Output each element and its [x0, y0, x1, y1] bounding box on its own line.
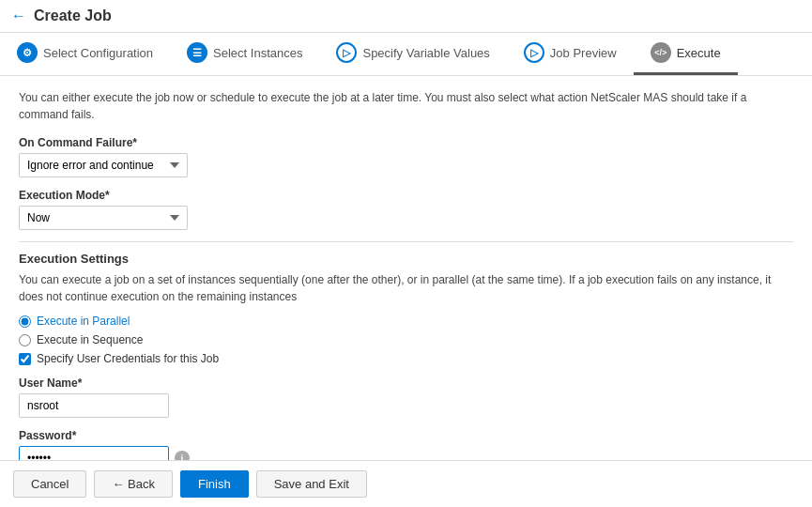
execution-settings-desc: You can execute a job on a set of instan… [19, 271, 793, 305]
tab-job-preview-label: Job Preview [550, 46, 617, 60]
tab-select-instances-label: Select Instances [213, 46, 302, 60]
back-icon[interactable]: ← [11, 8, 26, 24]
job-preview-icon: ▷ [524, 42, 544, 63]
tabs-bar: ⚙ Select Configuration ☰ Select Instance… [0, 33, 812, 76]
execute-sequence-radio-group: Execute in Sequence [19, 333, 793, 346]
credentials-label: Specify User Credentials for this Job [37, 352, 219, 365]
username-input[interactable] [19, 393, 169, 418]
specify-variable-values-icon: ▷ [336, 42, 357, 63]
username-group: User Name* [19, 376, 793, 418]
main-content: You can either execute the job now or sc… [0, 76, 812, 507]
page-title: Create Job [34, 8, 112, 24]
tab-select-configuration-label: Select Configuration [43, 46, 153, 60]
command-failure-group: On Command Failure* Ignore error and con… [19, 136, 793, 177]
credentials-checkbox-group: Specify User Credentials for this Job [19, 352, 793, 365]
select-configuration-icon: ⚙ [17, 42, 38, 63]
footer: Cancel ← Back Finish Save and Exit [0, 460, 812, 507]
tab-execute[interactable]: </> Execute [634, 33, 738, 75]
execute-sequence-radio[interactable] [19, 334, 31, 346]
execution-mode-select[interactable]: Now Later [19, 206, 188, 230]
execute-parallel-radio-group: Execute in Parallel [19, 315, 793, 328]
execute-icon: </> [651, 42, 671, 63]
divider-1 [19, 241, 793, 242]
tab-specify-variable-values-label: Specify Variable Values [362, 46, 489, 60]
username-label: User Name* [19, 376, 793, 390]
select-instances-icon: ☰ [187, 42, 207, 63]
page-header: ← Create Job [0, 0, 812, 33]
command-failure-select[interactable]: Ignore error and continue Stop execution [19, 153, 188, 177]
execute-parallel-label: Execute in Parallel [37, 315, 130, 328]
save-and-exit-button[interactable]: Save and Exit [256, 470, 367, 498]
tab-execute-label: Execute [677, 46, 721, 60]
password-label: Password* [19, 429, 793, 442]
back-button[interactable]: ← Back [94, 470, 173, 498]
cancel-button[interactable]: Cancel [13, 470, 86, 498]
command-failure-label: On Command Failure* [19, 136, 793, 149]
execute-parallel-radio[interactable] [19, 315, 31, 328]
execution-mode-label: Execution Mode* [19, 189, 793, 202]
finish-button[interactable]: Finish [180, 470, 249, 498]
execute-sequence-label: Execute in Sequence [37, 333, 143, 346]
execution-settings-title: Execution Settings [19, 252, 793, 266]
tab-select-configuration[interactable]: ⚙ Select Configuration [0, 33, 170, 75]
execution-mode-group: Execution Mode* Now Later [19, 189, 793, 230]
tab-select-instances[interactable]: ☰ Select Instances [170, 33, 319, 75]
execution-settings-section: Execution Settings You can execute a job… [19, 252, 793, 365]
tab-specify-variable-values[interactable]: ▷ Specify Variable Values [319, 33, 506, 75]
info-text: You can either execute the job now or sc… [19, 89, 793, 123]
tab-job-preview[interactable]: ▷ Job Preview [507, 33, 634, 75]
credentials-checkbox[interactable] [19, 353, 31, 365]
